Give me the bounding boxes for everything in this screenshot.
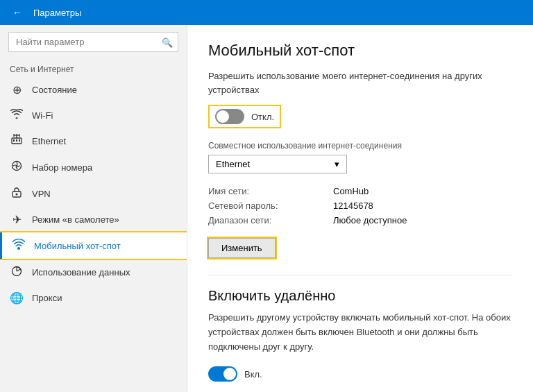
svg-point-10 [16,194,18,196]
ethernet-icon [10,134,24,148]
connection-dropdown[interactable]: Ethernet ▾ [208,155,347,173]
remote-title: Включить удалённо [208,288,512,304]
sidebar-item-label: VPN [32,189,51,199]
network-password-value: 12145678 [333,201,512,211]
hotspot-desc: Разрешить использование моего интернет-с… [208,69,512,96]
sidebar-item-label: Wi-Fi [32,110,53,121]
main-content: 🔍 Сеть и Интернет ⊕ Состояние Wi-Fi [0,25,533,392]
sidebar-item-label: Набор номера [32,162,92,173]
sidebar-item-status[interactable]: ⊕ Состояние [0,77,187,103]
sidebar-item-ethernet[interactable]: Ethernet [0,128,187,154]
sidebar-item-label: Состояние [32,85,77,95]
svg-point-11 [17,247,20,250]
dropdown-value: Ethernet [216,159,250,169]
hotspot-title: Мобильный хот-спот [208,42,512,60]
right-panel: Мобильный хот-спот Разрешить использован… [187,25,533,392]
hotspot-toggle[interactable] [215,109,244,124]
sidebar-item-vpn[interactable]: VPN [0,180,187,207]
sidebar: 🔍 Сеть и Интернет ⊕ Состояние Wi-Fi [0,25,187,392]
network-name-label: Имя сети: [208,186,319,196]
network-info: Имя сети: ComHub Сетевой пароль: 1214567… [208,186,512,225]
sidebar-item-label: Прокси [32,293,62,303]
svg-rect-2 [16,139,17,142]
app-title: Параметры [33,8,81,18]
hotspot-toggle-label: Откл. [251,112,274,122]
proxy-icon: 🌐 [10,291,24,305]
change-button[interactable]: Изменить [208,238,276,258]
chevron-down-icon: ▾ [335,159,339,169]
divider [208,275,512,275]
network-name-value: ComHub [333,186,512,196]
airplane-icon: ✈ [10,213,24,226]
toggle-knob [217,110,229,123]
remote-toggle-label: Вкл. [244,369,262,380]
remote-toggle[interactable] [208,366,237,382]
sidebar-item-wifi[interactable]: Wi-Fi [0,103,187,128]
sidebar-section-label: Сеть и Интернет [0,59,187,77]
sidebar-item-datausage[interactable]: Использование данных [0,259,187,285]
sidebar-item-proxy[interactable]: 🌐 Прокси [0,285,187,311]
sidebar-item-label: Мобильный хот-спот [34,241,121,251]
svg-rect-1 [13,139,15,142]
sidebar-item-dialup[interactable]: Набор номера [0,154,187,180]
network-band-value: Любое доступное [333,215,512,225]
status-icon: ⊕ [10,83,24,96]
svg-line-14 [17,269,20,271]
vpn-icon [10,187,24,201]
remote-desc: Разрешить другому устройству включать мо… [208,311,512,354]
title-bar: ← Параметры [0,0,533,25]
remote-toggle-row: Вкл. [208,366,262,382]
sidebar-item-label: Ethernet [32,136,66,146]
dialup-icon [10,160,24,174]
sidebar-item-label: Использование данных [32,267,130,278]
shared-label: Совместное использование интернет-соедин… [208,141,512,151]
toggle-knob [223,368,236,380]
back-button[interactable]: ← [8,6,26,19]
datausage-icon [10,265,24,279]
sidebar-item-label: Режим «в самолете» [32,214,119,225]
network-band-label: Диапазон сети: [208,215,319,225]
search-icon: 🔍 [162,37,173,47]
wifi-icon [10,109,24,121]
svg-rect-3 [19,139,20,142]
hotspot-toggle-row: Откл. [208,105,281,128]
search-input[interactable] [8,32,178,52]
sidebar-item-airplane[interactable]: ✈ Режим «в самолете» [0,207,187,232]
network-password-label: Сетевой пароль: [208,201,319,211]
hotspot-icon [12,239,26,253]
sidebar-item-hotspot[interactable]: Мобильный хот-спот [0,232,187,259]
search-box: 🔍 [8,32,178,52]
